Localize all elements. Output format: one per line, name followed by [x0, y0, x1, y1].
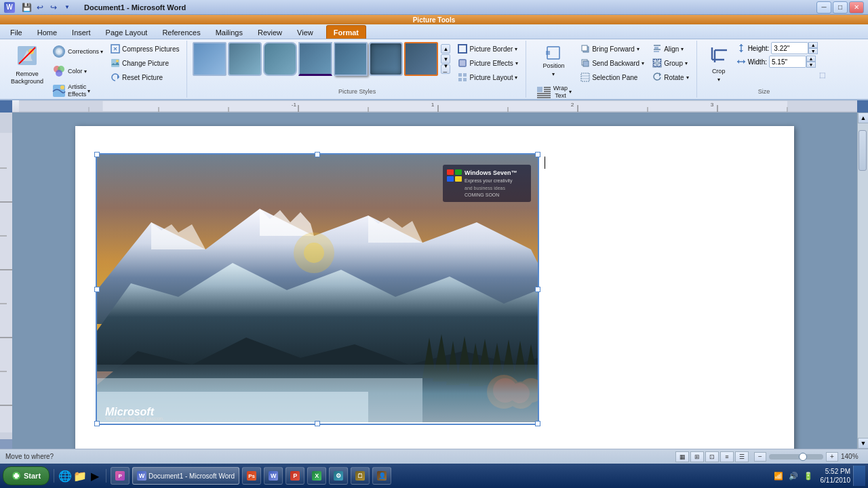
taskbar-app-4[interactable]: W	[264, 467, 283, 485]
web-layout-btn[interactable]: ⊡	[705, 451, 719, 462]
outline-btn[interactable]: ≡	[720, 451, 734, 462]
scroll-track[interactable]	[858, 123, 868, 438]
scroll-thumb[interactable]	[859, 130, 867, 171]
style-thumb-4[interactable]	[298, 42, 332, 76]
svg-point-13	[116, 60, 119, 62]
scroll-down-button[interactable]: ▼	[858, 438, 868, 449]
undo-quick-btn[interactable]: ↩	[34, 1, 46, 14]
style-thumb-5[interactable]	[334, 42, 368, 76]
handle-middle-left[interactable]	[94, 287, 100, 292]
gallery-more[interactable]: ▼─	[441, 64, 450, 74]
doc-scroll-area[interactable]: Windows Seven™ Express your creativity a…	[12, 113, 857, 449]
gallery-scroll-down[interactable]: ▼	[441, 54, 450, 64]
color-button[interactable]: Color ▾	[49, 62, 106, 81]
taskbar-app-9[interactable]: 👤	[372, 467, 391, 485]
image-container[interactable]: Windows Seven™ Express your creativity a…	[96, 153, 545, 425]
close-button[interactable]: ✕	[849, 1, 864, 14]
tab-insert[interactable]: Insert	[64, 25, 98, 39]
vertical-scrollbar[interactable]: ▲ ▼	[857, 113, 868, 449]
zoom-in-btn[interactable]: +	[826, 452, 838, 462]
tray-sound-icon[interactable]: 🔊	[787, 469, 800, 483]
show-desktop-btn[interactable]	[853, 466, 865, 486]
picture-effects-button[interactable]: Picture Effects ▾	[454, 56, 521, 70]
taskbar-app-7[interactable]: ⚙	[329, 467, 348, 485]
text-cursor	[545, 157, 545, 169]
tab-format[interactable]: Format	[326, 25, 366, 39]
taskbar-word-button[interactable]: W Document1 - Microsoft Word	[132, 467, 239, 485]
handle-top-left[interactable]	[94, 152, 100, 157]
taskbar-explorer-icon[interactable]: 📁	[73, 469, 87, 483]
style-thumb-2[interactable]	[228, 42, 262, 76]
tab-review[interactable]: Review	[250, 25, 290, 39]
maximize-button[interactable]: □	[833, 1, 848, 14]
handle-bottom-right[interactable]	[535, 421, 540, 426]
zoom-slider[interactable]	[769, 454, 823, 460]
compress-pictures-button[interactable]: Compress Pictures	[107, 42, 182, 56]
taskbar-app-3[interactable]: Ps	[242, 467, 261, 485]
reset-picture-button[interactable]: Reset Picture	[107, 70, 182, 84]
tab-file[interactable]: File	[3, 25, 30, 39]
picture-border-button[interactable]: Picture Border ▾	[454, 42, 521, 56]
wrap-text-button[interactable]: WrapText ▾	[532, 81, 576, 103]
position-button[interactable]: Position ▾	[532, 42, 576, 80]
width-spin-up[interactable]: ▲	[806, 56, 816, 62]
artistic-effects-button[interactable]: ArtisticEffects ▾	[49, 81, 106, 100]
svg-rect-15	[458, 59, 467, 67]
style-thumb-3[interactable]	[263, 42, 297, 76]
tab-view[interactable]: View	[290, 25, 321, 39]
height-input[interactable]: 3.22"	[771, 42, 808, 54]
picture-layout-button[interactable]: Picture Layout ▾	[454, 70, 521, 84]
group-dropdown: ▾	[685, 60, 688, 66]
taskbar-app-8[interactable]: 🗒	[351, 467, 370, 485]
change-picture-button[interactable]: Change Picture	[107, 56, 182, 70]
style-thumb-7[interactable]	[404, 42, 438, 76]
selection-pane-button[interactable]: Selection Pane	[577, 70, 648, 84]
tab-page-layout[interactable]: Page Layout	[98, 25, 155, 39]
qa-dropdown[interactable]: ▼	[61, 1, 73, 14]
save-quick-btn[interactable]: 💾	[20, 1, 33, 14]
rotate-button[interactable]: Rotate ▾	[649, 70, 692, 84]
scroll-up-button[interactable]: ▲	[858, 113, 868, 123]
style-thumb-1[interactable]	[193, 42, 226, 76]
handle-bottom-center[interactable]	[315, 421, 320, 426]
taskbar-app-6[interactable]: X	[307, 467, 326, 485]
height-spin-down[interactable]: ▼	[808, 48, 818, 54]
taskbar-app-1[interactable]: P	[111, 467, 130, 485]
handle-top-center[interactable]	[315, 152, 320, 157]
taskbar-media-icon[interactable]: ▶	[88, 469, 102, 483]
gallery-scroll-up[interactable]: ▲	[441, 44, 450, 54]
handle-middle-right[interactable]	[535, 287, 540, 292]
style-thumb-6[interactable]	[369, 42, 403, 76]
taskbar-ie-icon[interactable]: 🌐	[58, 469, 72, 483]
width-input[interactable]: 5.15"	[769, 56, 806, 68]
size-dialog-launcher[interactable]: ⬚	[819, 71, 825, 79]
handle-bottom-left[interactable]	[94, 421, 100, 426]
full-screen-btn[interactable]: ⊞	[690, 451, 704, 462]
group-button[interactable]: Group ▾	[649, 56, 692, 70]
tab-references[interactable]: References	[155, 25, 208, 39]
zoom-thumb[interactable]	[799, 453, 807, 461]
tab-home[interactable]: Home	[30, 25, 64, 39]
print-layout-btn[interactable]: ▦	[675, 451, 689, 462]
rotate-icon	[652, 73, 662, 82]
corrections-button[interactable]: Corrections ▾	[49, 42, 106, 61]
taskbar-app-5[interactable]: P	[285, 467, 304, 485]
zoom-out-btn[interactable]: −	[754, 452, 766, 462]
handle-top-right[interactable]	[535, 152, 540, 157]
view-buttons: ▦ ⊞ ⊡ ≡ ☰	[675, 451, 749, 462]
draft-btn[interactable]: ☰	[735, 451, 749, 462]
align-button[interactable]: Align ▾	[649, 42, 692, 56]
send-backward-button[interactable]: Send Backward ▾	[577, 56, 648, 70]
tray-network-icon[interactable]: 📶	[772, 469, 785, 483]
tray-battery-icon[interactable]: 🔋	[802, 469, 815, 483]
start-button[interactable]: Start	[3, 466, 50, 485]
height-spin-up[interactable]: ▲	[808, 42, 818, 48]
crop-button[interactable]: Crop ▾	[703, 42, 735, 85]
system-clock[interactable]: 5:52 PM 6/11/2010	[821, 467, 851, 485]
redo-quick-btn[interactable]: ↪	[47, 1, 60, 14]
tab-mailings[interactable]: Mailings	[208, 25, 250, 39]
minimize-button[interactable]: ─	[816, 1, 831, 14]
width-spin-down[interactable]: ▼	[806, 62, 816, 68]
remove-background-button[interactable]: RemoveBackground	[7, 42, 47, 88]
bring-forward-button[interactable]: Bring Forward ▾	[577, 42, 648, 56]
